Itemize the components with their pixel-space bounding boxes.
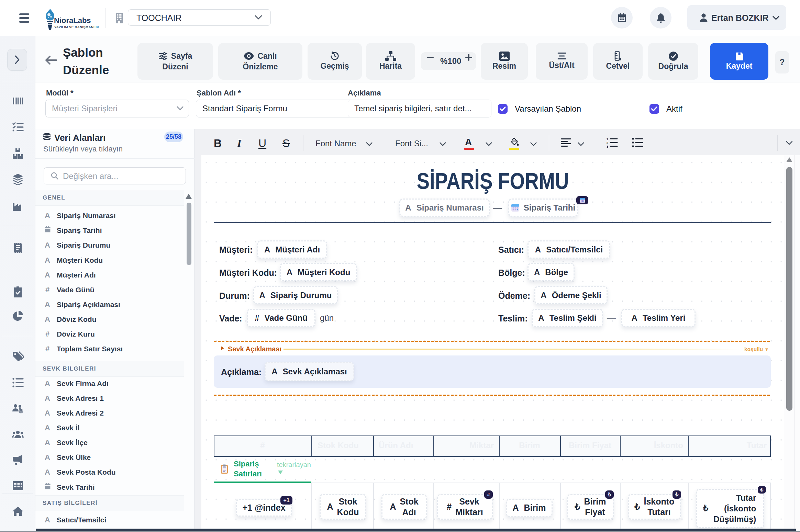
svg-text:2: 2 xyxy=(607,141,608,145)
svg-text:3: 3 xyxy=(607,145,608,148)
svg-text:1: 1 xyxy=(607,137,608,141)
